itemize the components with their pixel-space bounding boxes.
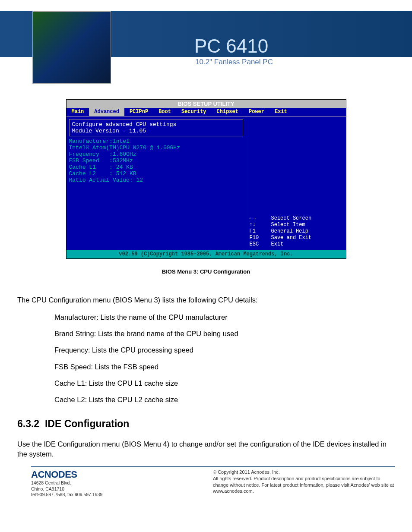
bios-title: BIOS SETUP UTILITY	[67, 100, 346, 108]
bios-line: Cache L2 : 512 KB	[69, 170, 243, 177]
detail-list: Manufacturer: Lists the name of the CPU …	[17, 312, 395, 405]
section-body: Use the IDE Configuration menu (BIOS Men…	[17, 439, 395, 459]
bios-caption: BIOS Menu 3: CPU Configuration	[66, 268, 346, 275]
bios-tab-main: Main	[67, 108, 89, 116]
section-title: IDE Configuration	[45, 418, 129, 429]
bios-right-panel: ←→Select Screen ↑↓Select Item F1General …	[246, 116, 346, 250]
footer-left: ACNODES 14628 Central Blvd, Chino, CA917…	[31, 469, 213, 498]
company-logo: ACNODES	[31, 469, 213, 480]
bios-line: Configure advanced CPU settings	[72, 121, 240, 128]
bios-screenshot: BIOS SETUP UTILITY Main Advanced PCIPnP …	[66, 99, 346, 275]
page-header: PC 6410 10.2" Fanless Panel PC	[0, 0, 412, 82]
bios-line: Module Version - 11.05	[72, 128, 240, 134]
section-number: 6.3.2	[17, 418, 39, 429]
page-subtitle: 10.2" Fanless Panel PC	[195, 58, 273, 66]
addr-line: 14628 Central Blvd,	[31, 480, 213, 486]
footer-right: © Copyright 2011 Acnodes, Inc. All right…	[213, 469, 395, 498]
help-text: General Help	[271, 228, 308, 235]
bios-tab-advanced: Advanced	[89, 108, 124, 116]
bios-line: FSB Speed :532MHz	[69, 157, 243, 164]
help-text: Select Screen	[271, 215, 312, 222]
page-footer: ACNODES 14628 Central Blvd, Chino, CA917…	[0, 469, 412, 511]
intro-paragraph: The CPU Configuration menu (BIOS Menu 3)…	[17, 295, 395, 305]
bios-line: Intel® Atom(TM)CPU N270 @ 1.60GHz	[69, 145, 243, 151]
bios-line: Cache L1 : 24 KB	[69, 164, 243, 170]
key-arrows-lr: ←→	[250, 215, 271, 222]
list-item: Cache L2: Lists the CPU L2 cache size	[54, 395, 395, 404]
help-text: Select Item	[271, 222, 305, 228]
page-title: PC 6410	[194, 35, 268, 57]
bios-tab-exit: Exit	[269, 108, 292, 116]
copyright-text: All rights reserved. Product description…	[213, 475, 395, 495]
list-item: Frequency: Lists the CPU processing spee…	[54, 345, 395, 355]
footer-address: 14628 Central Blvd, Chino, CA91710 tel:9…	[31, 480, 213, 498]
bios-line: Ratio Actual Value: 12	[69, 177, 243, 183]
bios-footer: v02.59 (C)Copyright 1985-2005, American …	[67, 250, 346, 258]
help-text: Save and Exit	[271, 235, 312, 241]
key-arrows-ud: ↑↓	[250, 222, 271, 228]
bios-settings-block: Configure advanced CPU settings Module V…	[69, 119, 243, 136]
bios-tab-security: Security	[176, 108, 212, 116]
footer-divider	[31, 466, 395, 467]
key-f1: F1	[250, 228, 271, 235]
key-esc: ESC	[250, 241, 271, 248]
addr-line: tel:909.597.7588, fax:909.597.1939	[31, 492, 213, 498]
bios-line: Manufacturer:Intel	[69, 138, 243, 145]
list-item: FSB Speed: Lists the FSB speed	[54, 362, 395, 371]
bios-tab-boot: Boot	[153, 108, 176, 116]
list-item: Manufacturer: Lists the name of the CPU …	[54, 312, 395, 322]
bios-help-keys: ←→Select Screen ↑↓Select Item F1General …	[250, 215, 342, 248]
list-item: Brand String: Lists the brand name of th…	[54, 329, 395, 338]
header-product-image	[32, 11, 111, 84]
bios-tab-pcipnp: PCIPnP	[124, 108, 153, 116]
bios-tabs: Main Advanced PCIPnP Boot Security Chips…	[67, 108, 346, 116]
bios-tab-chipset: Chipset	[212, 108, 244, 116]
key-f10: F10	[250, 235, 271, 241]
section-heading: 6.3.2 IDE Configuration	[17, 417, 395, 431]
bios-tab-power: Power	[244, 108, 269, 116]
copyright-line: © Copyright 2011 Acnodes, Inc.	[213, 469, 395, 475]
list-item: Cache L1: Lists the CPU L1 cache size	[54, 378, 395, 388]
bios-left-panel: Configure advanced CPU settings Module V…	[67, 116, 246, 250]
help-text: Exit	[271, 241, 284, 248]
page-content: The CPU Configuration menu (BIOS Menu 3)…	[0, 275, 412, 459]
bios-line: Frequency :1.60GHz	[69, 151, 243, 157]
addr-line: Chino, CA91710	[31, 486, 213, 492]
